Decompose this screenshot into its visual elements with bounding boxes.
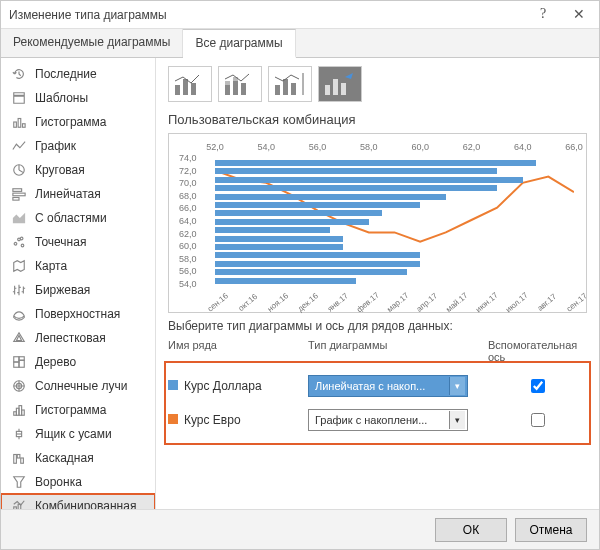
bar <box>215 177 523 183</box>
series-type-combo-0[interactable]: Линейчатая с накоп...▾ <box>308 375 468 397</box>
radar-icon <box>11 330 27 346</box>
col-series-axis: Вспомогательная ось <box>488 339 588 363</box>
x-top-tick: 58,0 <box>360 142 378 152</box>
tab-all[interactable]: Все диаграммы <box>183 29 295 58</box>
template-icon <box>11 90 27 106</box>
sidebar-item-line[interactable]: График <box>1 134 155 158</box>
x-bot-tick: сен.17 <box>565 291 589 313</box>
boxplot-icon <box>11 426 27 442</box>
x-bot-tick: фев.17 <box>354 291 380 315</box>
sidebar-item-sunburst[interactable]: Солнечные лучи <box>1 374 155 398</box>
x-bot-tick: июл.17 <box>504 291 530 315</box>
sidebar-item-funnel[interactable]: Воронка <box>1 470 155 494</box>
sidebar-item-hbar[interactable]: Линейчатая <box>1 182 155 206</box>
subtype-title: Пользовательская комбинация <box>168 112 587 127</box>
sidebar-item-map[interactable]: Карта <box>1 254 155 278</box>
series-prompt: Выберите тип диаграммы и ось для рядов д… <box>168 319 587 333</box>
sidebar-item-tree[interactable]: Дерево <box>1 350 155 374</box>
sidebar-item-combo[interactable]: Комбинированная <box>1 494 155 509</box>
sidebar-item-template[interactable]: Шаблоны <box>1 86 155 110</box>
chevron-down-icon: ▾ <box>449 411 465 429</box>
help-icon[interactable]: ? <box>531 6 555 23</box>
svg-rect-45 <box>333 79 338 95</box>
sidebar-item-scatter[interactable]: Точечная <box>1 230 155 254</box>
sidebar-item-radar[interactable]: Лепестковая <box>1 326 155 350</box>
sidebar-item-area[interactable]: С областями <box>1 206 155 230</box>
combo-subtype-3[interactable] <box>268 66 312 102</box>
svg-rect-39 <box>241 83 246 95</box>
x-bot-tick: окт.16 <box>237 292 260 313</box>
map-icon <box>11 258 27 274</box>
chart-preview: 74,072,070,068,066,064,062,060,058,056,0… <box>168 133 587 313</box>
svg-rect-44 <box>325 85 330 95</box>
x-bot-tick: янв.17 <box>325 291 349 313</box>
combo-subtype-custom[interactable] <box>318 66 362 102</box>
sidebar-item-bar[interactable]: Гистограмма <box>1 110 155 134</box>
titlebar: Изменение типа диаграммы ? ✕ <box>1 1 599 29</box>
x-bot-tick: ноя.16 <box>266 291 290 314</box>
series-type-combo-1[interactable]: График с накоплени...▾ <box>308 409 468 431</box>
ok-button[interactable]: ОК <box>435 518 507 542</box>
svg-rect-6 <box>13 198 19 201</box>
tabstrip: Рекомендуемые диаграммы Все диаграммы <box>1 29 599 58</box>
cancel-button[interactable]: Отмена <box>515 518 587 542</box>
surface-icon <box>11 306 27 322</box>
sunburst-icon <box>11 378 27 394</box>
x-top-tick: 62,0 <box>463 142 481 152</box>
combo-subtype-2[interactable] <box>218 66 262 102</box>
svg-point-9 <box>21 244 24 247</box>
series-rows-highlight: Курс Доллара Линейчатая с накоп...▾ Курс… <box>168 365 587 441</box>
svg-rect-5 <box>13 193 25 196</box>
chart-category-sidebar: ПоследниеШаблоныГистограммаГрафикКругова… <box>1 58 156 509</box>
x-bot-tick: дек.16 <box>296 291 320 313</box>
col-series-name: Имя ряда <box>168 339 308 363</box>
combo-subtype-1[interactable] <box>168 66 212 102</box>
bar <box>215 160 536 166</box>
area-icon <box>11 210 27 226</box>
sidebar-item-waterfall[interactable]: Каскадная <box>1 446 155 470</box>
series-table: Имя ряда Тип диаграммы Вспомогательная о… <box>168 337 587 441</box>
y-tick: 56,0 <box>179 266 197 276</box>
svg-rect-41 <box>283 79 288 95</box>
y-tick: 70,0 <box>179 178 197 188</box>
svg-rect-22 <box>22 410 25 415</box>
svg-rect-27 <box>14 455 17 464</box>
y-tick: 66,0 <box>179 203 197 213</box>
svg-rect-34 <box>191 83 196 95</box>
tab-recommended[interactable]: Рекомендуемые диаграммы <box>1 29 183 57</box>
x-bot-tick: мар.17 <box>385 291 410 314</box>
y-tick: 72,0 <box>179 166 197 176</box>
content-pane: Пользовательская комбинация 74,072,070,0… <box>156 58 599 509</box>
dialog-footer: ОК Отмена <box>1 509 599 549</box>
x-bot-tick: сен.16 <box>206 291 230 313</box>
x-top-tick: 66,0 <box>565 142 583 152</box>
svg-rect-16 <box>14 362 19 367</box>
sidebar-item-boxplot[interactable]: Ящик с усами <box>1 422 155 446</box>
sidebar-item-stock[interactable]: Биржевая <box>1 278 155 302</box>
sidebar-item-histogram[interactable]: Гистограмма <box>1 398 155 422</box>
series-row-euro: Курс Евро График с накоплени...▾ <box>168 403 587 437</box>
funnel-icon <box>11 474 27 490</box>
close-icon[interactable]: ✕ <box>567 6 591 23</box>
x-bot-tick: апр.17 <box>415 291 439 314</box>
bar <box>215 261 420 267</box>
svg-rect-0 <box>14 122 17 127</box>
bar <box>215 244 343 250</box>
svg-rect-46 <box>341 83 346 95</box>
secondary-axis-checkbox-0[interactable] <box>531 379 545 393</box>
x-top-tick: 54,0 <box>258 142 276 152</box>
bar <box>215 252 420 258</box>
sidebar-item-recent[interactable]: Последние <box>1 62 155 86</box>
bar <box>215 185 497 191</box>
y-tick: 68,0 <box>179 191 197 201</box>
y-tick: 62,0 <box>179 229 197 239</box>
bar <box>215 168 497 174</box>
svg-rect-4 <box>13 189 22 192</box>
y-tick: 64,0 <box>179 216 197 226</box>
secondary-axis-checkbox-1[interactable] <box>531 413 545 427</box>
sidebar-item-pie[interactable]: Круговая <box>1 158 155 182</box>
svg-rect-13 <box>14 357 19 362</box>
bar <box>215 202 420 208</box>
sidebar-item-surface[interactable]: Поверхностная <box>1 302 155 326</box>
bar <box>215 278 356 284</box>
